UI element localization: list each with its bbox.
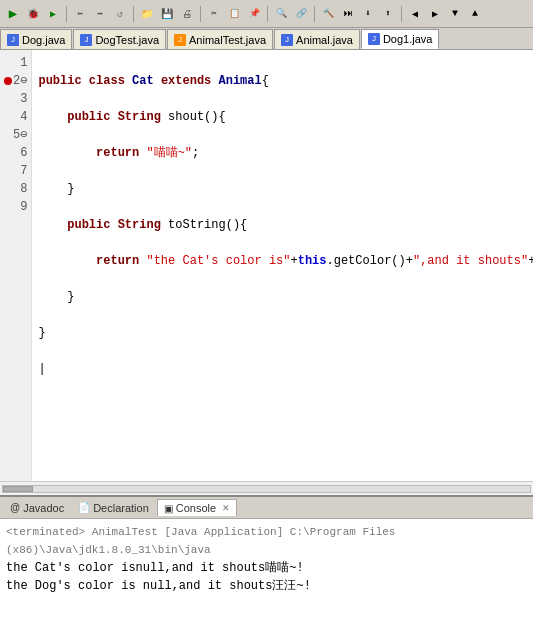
- sep2: [133, 6, 134, 22]
- step-into-button[interactable]: ⬇: [359, 5, 377, 23]
- sep1: [66, 6, 67, 22]
- new-button[interactable]: 📁: [138, 5, 156, 23]
- tab-animal-java-label: Animal.java: [296, 34, 353, 46]
- tab-dogtest-java-label: DogTest.java: [95, 34, 159, 46]
- line-num-6: 6: [4, 144, 27, 162]
- reference-button[interactable]: 🔗: [292, 5, 310, 23]
- step-return-button[interactable]: ⬆: [379, 5, 397, 23]
- line-num-9: 9: [4, 198, 27, 216]
- tab-animal-java-icon: J: [281, 34, 293, 46]
- tab-declaration-label: Declaration: [93, 502, 149, 514]
- tab-javadoc-label: Javadoc: [23, 502, 64, 514]
- code-line-8: }: [38, 324, 527, 342]
- code-content[interactable]: public class Cat extends Animal{ public …: [32, 50, 533, 481]
- scroll-track[interactable]: [2, 485, 531, 493]
- code-line-5: public String toString(){: [38, 216, 527, 234]
- tab-animaltest-java-icon: J: [174, 34, 186, 46]
- tab-animal-java[interactable]: J Animal.java: [274, 29, 360, 49]
- console-output-line-2: the Dog's color is null,and it shouts汪汪~…: [6, 577, 527, 595]
- scroll-thumb[interactable]: [3, 486, 33, 492]
- arrow-right-icon[interactable]: ▶: [426, 5, 444, 23]
- search-button[interactable]: 🔍: [272, 5, 290, 23]
- sep4: [267, 6, 268, 22]
- tab-animaltest-java[interactable]: J AnimalTest.java: [167, 29, 273, 49]
- line-num-4: 4: [4, 108, 27, 126]
- paste-button[interactable]: 📌: [245, 5, 263, 23]
- console-output-line-1: the Cat's color isnull,and it shouts喵喵~!: [6, 559, 527, 577]
- debug-button[interactable]: 🐞: [24, 5, 42, 23]
- run-button[interactable]: ▶: [4, 5, 22, 23]
- refresh-button[interactable]: ↺: [111, 5, 129, 23]
- line-num-1: 1: [4, 54, 27, 72]
- arrow-up-icon[interactable]: ▲: [466, 5, 484, 23]
- code-line-9: |: [38, 360, 527, 378]
- tab-dog1-java[interactable]: J Dog1.java: [361, 29, 440, 49]
- declaration-icon: 📄: [78, 502, 90, 513]
- copy-button[interactable]: 📋: [225, 5, 243, 23]
- coverage-button[interactable]: ▶: [44, 5, 62, 23]
- sep6: [401, 6, 402, 22]
- tab-console[interactable]: ▣ Console ✕: [157, 499, 237, 516]
- tab-dog-java-icon: J: [7, 34, 19, 46]
- console-terminated-line: <terminated> AnimalTest [Java Applicatio…: [6, 523, 527, 559]
- build-button[interactable]: 🔨: [319, 5, 337, 23]
- toolbar: ▶ 🐞 ▶ ⬅ ➡ ↺ 📁 💾 🖨 ✂ 📋 📌 🔍 🔗 🔨 ⏭ ⬇ ⬆ ◀ ▶ …: [0, 0, 533, 28]
- bottom-panel: @ Javadoc 📄 Declaration ▣ Console ✕ <ter…: [0, 495, 533, 625]
- tab-dog-java[interactable]: J Dog.java: [0, 29, 72, 49]
- code-line-6: return "the Cat's color is"+this.getColo…: [38, 252, 527, 270]
- breakpoint-marker-2: [4, 77, 12, 85]
- code-line-3: return "喵喵~";: [38, 144, 527, 162]
- console-tab-bar: @ Javadoc 📄 Declaration ▣ Console ✕: [0, 497, 533, 519]
- line-num-5: 5⊖: [4, 126, 27, 144]
- cut-button[interactable]: ✂: [205, 5, 223, 23]
- editor-tab-bar: J Dog.java J DogTest.java J AnimalTest.j…: [0, 28, 533, 50]
- code-line-7: }: [38, 288, 527, 306]
- console-output: <terminated> AnimalTest [Java Applicatio…: [0, 519, 533, 625]
- console-icon: ▣: [164, 503, 173, 514]
- tab-console-label: Console: [176, 502, 216, 514]
- arrow-left-icon[interactable]: ◀: [406, 5, 424, 23]
- tab-dog1-java-label: Dog1.java: [383, 33, 433, 45]
- line-num-7: 7: [4, 162, 27, 180]
- horizontal-scrollbar[interactable]: [0, 481, 533, 495]
- code-editor: 1 2⊖ 3 4 5⊖ 6 7 8 9 public class Cat ext…: [0, 50, 533, 481]
- tab-javadoc[interactable]: @ Javadoc: [4, 500, 70, 516]
- tab-dog-java-label: Dog.java: [22, 34, 65, 46]
- line-num-8: 8: [4, 180, 27, 198]
- sep3: [200, 6, 201, 22]
- tab-dogtest-java-icon: J: [80, 34, 92, 46]
- code-line-4: }: [38, 180, 527, 198]
- print-button[interactable]: 🖨: [178, 5, 196, 23]
- tab-animaltest-java-label: AnimalTest.java: [189, 34, 266, 46]
- sep5: [314, 6, 315, 22]
- line-numbers: 1 2⊖ 3 4 5⊖ 6 7 8 9: [0, 50, 32, 481]
- step-over-button[interactable]: ⏭: [339, 5, 357, 23]
- code-line-1: public class Cat extends Animal{: [38, 72, 527, 90]
- tab-dogtest-java[interactable]: J DogTest.java: [73, 29, 166, 49]
- code-line-2: public String shout(){: [38, 108, 527, 126]
- arrow-down-icon[interactable]: ▼: [446, 5, 464, 23]
- prev-edit-button[interactable]: ⬅: [71, 5, 89, 23]
- javadoc-icon: @: [10, 502, 20, 513]
- tab-declaration[interactable]: 📄 Declaration: [72, 500, 155, 516]
- tab-dog1-java-icon: J: [368, 33, 380, 45]
- line-num-3: 3: [4, 90, 27, 108]
- line-num-2: 2⊖: [4, 72, 27, 90]
- save-button[interactable]: 💾: [158, 5, 176, 23]
- next-edit-button[interactable]: ➡: [91, 5, 109, 23]
- close-console-icon[interactable]: ✕: [222, 503, 230, 513]
